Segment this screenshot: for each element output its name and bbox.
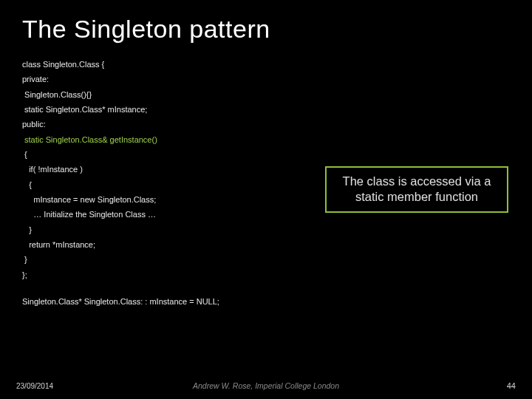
code-line: private: (22, 72, 510, 86)
code-line: public: (22, 117, 510, 132)
code-line: { (22, 147, 510, 162)
code-line: Singleton.Class* Singleton.Class: : mIns… (22, 294, 510, 309)
footer-date: 23/09/2014 (16, 382, 53, 390)
footer-author: Andrew W. Rose, Imperial College London (193, 381, 339, 390)
code-line: } (22, 222, 510, 237)
footer: 23/09/2014 Andrew W. Rose, Imperial Coll… (0, 381, 532, 390)
code-line-highlight: static Singleton.Class& getInstance() (22, 132, 510, 147)
code-line: }; (22, 267, 510, 282)
code-line: Singleton.Class(){} (22, 87, 510, 102)
callout-line: static member function (335, 189, 498, 205)
callout-box: The class is accessed via a static membe… (325, 166, 508, 213)
slide-title: The Singleton pattern (22, 15, 510, 44)
code-line: } (22, 252, 510, 267)
callout-line: The class is accessed via a (335, 174, 498, 189)
code-line: static Singleton.Class* mInstance; (22, 102, 510, 117)
slide: The Singleton pattern class Singleton.Cl… (0, 0, 532, 399)
code-line: class Singleton.Class { (22, 57, 510, 72)
code-line: return *mInstance; (22, 237, 510, 252)
footer-page: 44 (507, 381, 516, 390)
